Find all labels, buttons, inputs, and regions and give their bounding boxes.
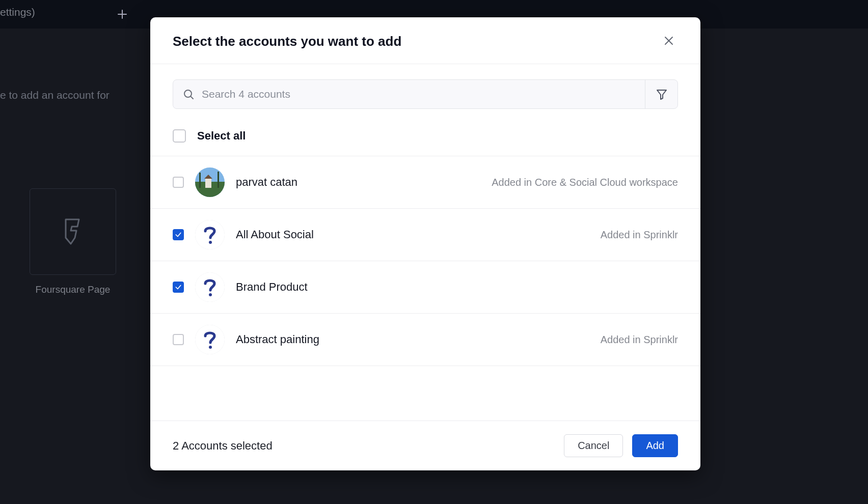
filter-icon [656,88,668,100]
svg-marker-6 [657,90,666,99]
account-list: parvat catanAdded in Core & Social Cloud… [150,156,700,366]
account-avatar [195,220,225,249]
add-button[interactable]: Add [632,434,678,457]
svg-line-5 [191,97,193,99]
svg-rect-11 [199,173,201,188]
search-row [150,64,700,109]
account-name: Abstract painting [236,333,319,346]
modal-wrap: Select the accounts you want to add Sele [150,17,700,470]
account-avatar [195,272,225,302]
account-avatar [195,325,225,354]
modal-footer: 2 Accounts selected Cancel Add [150,421,700,470]
question-avatar-icon [195,272,225,302]
account-name: parvat catan [236,176,297,189]
account-name: Brand Product [236,281,308,294]
account-status: Added in Sprinklr [601,229,678,241]
search-input[interactable] [195,80,645,108]
svg-point-13 [195,220,225,249]
search-container [173,79,678,109]
avatar-photo [195,167,225,197]
account-name: All About Social [236,228,314,241]
foursquare-card-label: Foursquare Page [30,284,116,295]
selected-count-text: 2 Accounts selected [173,439,273,453]
svg-rect-12 [218,172,219,188]
plus-icon [116,8,128,20]
select-all-label: Select all [197,129,246,143]
account-row[interactable]: Abstract paintingAdded in Sprinklr [150,314,700,366]
svg-point-14 [209,241,212,244]
top-tab-area [108,0,137,29]
close-button[interactable] [660,32,678,51]
account-checkbox[interactable] [173,177,184,188]
foursquare-icon [62,217,84,246]
account-status: Added in Sprinklr [601,334,678,346]
account-checkbox[interactable] [173,229,184,240]
select-all-row: Select all [150,109,700,156]
svg-point-4 [184,90,192,97]
svg-point-16 [209,293,212,296]
foursquare-card-box [30,188,116,275]
account-row[interactable]: parvat catanAdded in Core & Social Cloud… [150,156,700,209]
modal-header: Select the accounts you want to add [150,17,700,64]
svg-rect-9 [205,179,211,188]
account-avatar [195,167,225,197]
account-checkbox[interactable] [173,282,184,293]
close-icon [663,35,675,47]
new-tab-button[interactable] [108,0,137,29]
account-status: Added in Core & Social Cloud workspace [492,177,678,188]
modal-title: Select the accounts you want to add [173,34,401,49]
account-row[interactable]: All About SocialAdded in Sprinklr [150,209,700,261]
svg-point-18 [209,346,212,349]
filter-button[interactable] [645,80,677,108]
svg-point-17 [195,325,225,354]
settings-fragment: ettings) [0,6,35,18]
page-subtitle-fragment: e to add an account for [0,89,110,101]
select-accounts-modal: Select the accounts you want to add Sele [150,17,700,470]
account-checkbox[interactable] [173,334,184,345]
select-all-checkbox[interactable] [173,129,186,143]
svg-point-15 [195,272,225,302]
account-row[interactable]: Brand Product [150,261,700,314]
question-avatar-icon [195,220,225,249]
channel-card-foursquare[interactable]: Foursquare Page [30,188,116,295]
search-icon [173,80,195,108]
question-avatar-icon [195,325,225,354]
cancel-button[interactable]: Cancel [564,434,623,457]
